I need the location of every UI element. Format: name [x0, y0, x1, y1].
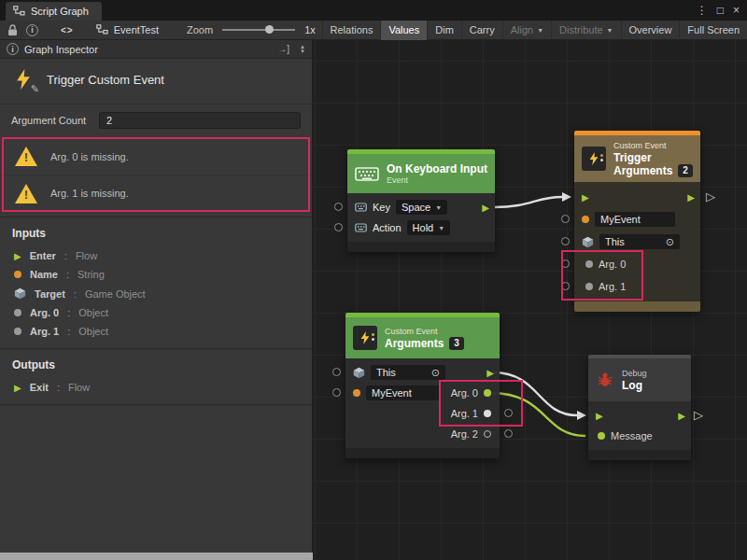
code-view-icon[interactable]: <>: [61, 25, 74, 35]
relations-button[interactable]: Relations: [322, 21, 381, 40]
arg2-outer-port[interactable]: [504, 429, 513, 438]
overview-button[interactable]: Overview: [621, 21, 680, 40]
info-icon[interactable]: i: [26, 24, 38, 36]
window-restore-icon[interactable]: □: [717, 4, 724, 17]
align-button[interactable]: Align▼: [502, 21, 551, 40]
event-name-field[interactable]: MyEvent: [366, 385, 441, 400]
name-input-port[interactable]: [561, 215, 570, 223]
zoom-value: 1x: [304, 24, 316, 35]
arg2-row: Arg. 2: [345, 424, 500, 444]
values-label: Values: [388, 24, 419, 35]
arg1-output-port[interactable]: Arg. 1: [451, 408, 491, 419]
arg0-input-port[interactable]: [561, 259, 570, 268]
cube-icon: [582, 236, 594, 248]
node-header[interactable]: Custom Event Trigger Arguments2: [574, 135, 700, 182]
arg0-output-port[interactable]: Arg. 0: [451, 387, 491, 399]
tab-script-graph[interactable]: Script Graph: [6, 2, 102, 21]
node-title: On Keyboard Input: [387, 162, 487, 175]
flow-out-port[interactable]: ▶: [678, 411, 685, 421]
keycode-icon: [355, 203, 367, 212]
zoom-slider-handle[interactable]: [265, 25, 274, 34]
node-trigger-custom-event[interactable]: Custom Event Trigger Arguments2 ▶ ▶ MyEv…: [574, 131, 700, 312]
node-footer: [574, 301, 700, 312]
node-on-keyboard-input[interactable]: On Keyboard Input Event Key Space▼ ▶ Act…: [347, 149, 495, 252]
dim-button[interactable]: Dim: [427, 21, 461, 40]
divider: [0, 404, 312, 405]
node-header[interactable]: Custom Event Arguments3: [345, 317, 500, 358]
action-input-port[interactable]: [334, 223, 343, 231]
warnings-block: ! Arg. 0 is missing. ! Arg. 1 is missing…: [0, 138, 312, 211]
node-header[interactable]: Debug Log: [588, 358, 691, 401]
flow-out-port[interactable]: ▶: [482, 203, 489, 213]
target-field[interactable]: This⊙: [371, 365, 445, 380]
string-port-icon: [353, 389, 360, 397]
node-debug-log[interactable]: Debug Log ▶ ▶ Message: [588, 355, 691, 460]
port-dot[interactable]: [484, 410, 491, 417]
values-button[interactable]: Values: [380, 21, 427, 40]
key-dropdown[interactable]: Space▼: [396, 200, 447, 215]
graph-reference[interactable]: EventTest: [96, 24, 159, 36]
name-input-port[interactable]: [332, 388, 341, 397]
carry-button[interactable]: Carry: [461, 21, 502, 40]
panel-bottom-strip: [0, 553, 313, 560]
unity-script-graph-window: Script Graph ⋮ □ × i <> EventTest Zoom 1…: [0, 0, 747, 560]
window-controls: ⋮ □ ×: [697, 0, 740, 21]
connected-port-dot[interactable]: [484, 389, 491, 397]
node-footer: [345, 448, 500, 458]
flow-out-port[interactable]: ▶: [687, 192, 695, 203]
port-sep: :: [66, 269, 69, 280]
node-body: Key Space▼ ▶ Action Hold▼: [347, 193, 495, 242]
target-input-port[interactable]: [332, 368, 341, 376]
window-menu-icon[interactable]: ⋮: [697, 4, 708, 17]
node-header[interactable]: On Keyboard Input Event: [347, 154, 495, 193]
target-picker-icon[interactable]: ⊙: [666, 236, 674, 248]
port-name: Arg. 0: [30, 307, 59, 318]
target-field[interactable]: This⊙: [599, 234, 680, 249]
lock-icon[interactable]: [7, 24, 18, 36]
port-dot[interactable]: [484, 430, 491, 438]
zoom-slider[interactable]: [222, 25, 295, 35]
dock-icon[interactable]: →]: [277, 44, 289, 54]
output-port-exit: ▶ Exit : Flow: [0, 378, 312, 397]
fullscreen-button[interactable]: Full Screen: [679, 21, 747, 40]
port-type: Game Object: [85, 288, 146, 300]
distribute-button[interactable]: Distribute▼: [551, 21, 620, 40]
carry-arrow-icon: ▷: [694, 408, 703, 422]
arg1-label: Arg. 1: [451, 408, 478, 419]
node-custom-event-arguments[interactable]: Custom Event Arguments3 This⊙ ▶ MyEvent …: [345, 313, 500, 458]
target-input-port[interactable]: [561, 237, 570, 245]
zoom-slider-track[interactable]: [222, 29, 295, 31]
flow-out-port[interactable]: ▶: [486, 368, 494, 378]
arg1-input-port[interactable]: [561, 282, 570, 290]
graph-canvas[interactable]: On Keyboard Input Event Key Space▼ ▶ Act…: [313, 40, 747, 560]
flow-arrow-icon: ▶: [14, 383, 21, 393]
argument-count-badge: 2: [678, 164, 693, 177]
node-title: Log: [622, 379, 647, 392]
action-dropdown[interactable]: Hold▼: [407, 220, 451, 235]
port-sep: :: [67, 307, 70, 318]
input-port-target: Target : Game Object: [0, 284, 312, 303]
arg2-output-port[interactable]: Arg. 2: [451, 428, 491, 440]
key-input-port[interactable]: [334, 203, 343, 211]
name-row: MyEvent: [574, 208, 700, 231]
target-picker-icon[interactable]: ⊙: [431, 367, 440, 379]
arg1-outer-port[interactable]: [504, 409, 513, 417]
port-sep: :: [57, 382, 60, 393]
connected-port-dot[interactable]: [598, 432, 605, 440]
scroll-down-icon[interactable]: ▼: [300, 49, 305, 54]
node-footer: [347, 242, 495, 252]
scroll-stepper[interactable]: ▲ ▼: [300, 45, 305, 54]
port-sep: :: [64, 250, 67, 261]
flow-in-port[interactable]: ▶: [582, 192, 589, 203]
relations-label: Relations: [331, 24, 374, 35]
inspector-title: Graph Inspector: [24, 44, 98, 55]
carry-arrow-icon: ▷: [706, 189, 715, 203]
window-close-icon[interactable]: ×: [733, 4, 740, 17]
event-name-field[interactable]: MyEvent: [595, 212, 675, 227]
port-name: Enter: [30, 250, 56, 261]
argument-count-input[interactable]: 2: [99, 112, 301, 129]
keyboard-icon: [355, 166, 379, 182]
event-name-value: MyEvent: [372, 387, 412, 399]
flow-in-port[interactable]: ▶: [596, 411, 603, 421]
target-value: This: [605, 236, 625, 247]
